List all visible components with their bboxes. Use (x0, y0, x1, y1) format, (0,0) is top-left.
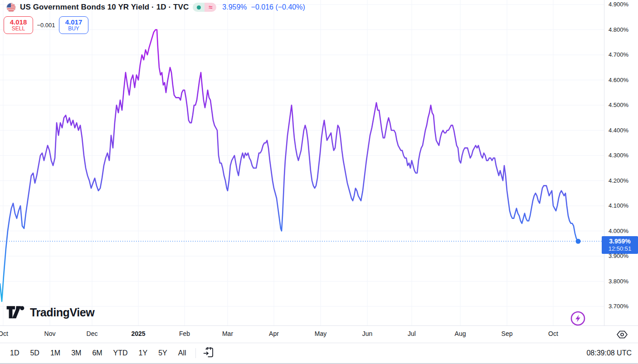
time-axis-label: Mar (222, 330, 233, 337)
range-button-5y[interactable]: 5Y (155, 347, 171, 359)
time-axis-label: Dec (87, 330, 98, 337)
price-axis-label: 4.100% (609, 202, 628, 209)
current-price-label: 3.959% 12:50:51 (602, 236, 638, 254)
time-axis[interactable]: OctNovDec2025FebMarAprMayJunJulAugSepOct (0, 325, 638, 343)
sell-label: SELL (12, 26, 25, 32)
range-button-3m[interactable]: 3M (68, 347, 85, 359)
price-axis-label: 4.800% (609, 26, 628, 33)
range-button-6m[interactable]: 6M (88, 347, 106, 359)
price-change: −0.016 (−0.40%) (251, 3, 305, 11)
sell-price: 4.018 (10, 18, 27, 26)
current-price-time: 12:50:51 (609, 245, 632, 252)
range-button-5d[interactable]: 5D (26, 347, 43, 359)
price-axis-label: 4.500% (609, 102, 628, 108)
time-axis-label: Sep (502, 330, 513, 337)
price-axis-label: 3.800% (609, 278, 628, 285)
price-axis-label: 4.400% (609, 127, 628, 134)
time-axis-label: 2025 (131, 330, 145, 337)
time-axis-label: Jul (408, 330, 416, 337)
price-axis-label: 4.000% (609, 228, 628, 234)
trade-row: 4.018 SELL −0.001 4.017 BUY (4, 16, 88, 34)
range-button-1y[interactable]: 1Y (135, 347, 151, 359)
time-axis-label: Oct (0, 330, 8, 337)
tradingview-logo-text: TradingView (30, 306, 94, 319)
range-button-1d[interactable]: 1D (6, 347, 23, 359)
sell-button[interactable]: 4.018 SELL (4, 16, 33, 34)
time-axis-label: Apr (269, 330, 279, 337)
market-status-badge[interactable]: ≈ (193, 3, 216, 12)
price-axis-label: 3.700% (609, 303, 628, 310)
range-buttons: 1D5D1M3M6MYTD1Y5YAll (6, 347, 194, 359)
spread-value: −0.001 (33, 22, 59, 29)
tradingview-logomark-icon (6, 306, 25, 319)
delayed-data-icon: ≈ (209, 4, 212, 11)
buy-label: BUY (68, 26, 79, 32)
range-button-all[interactable]: All (175, 347, 190, 359)
toolbar-divider (195, 348, 196, 358)
time-axis-label: Feb (179, 330, 190, 337)
chart-area[interactable]: 4.900%4.800%4.700%4.600%4.500%4.400%4.30… (0, 0, 638, 325)
bottom-toolbar: 1D5D1M3M6MYTD1Y5YAll 08:39:08 UTC (0, 343, 638, 364)
time-axis-label: May (315, 330, 326, 337)
time-axis-label: Nov (44, 330, 56, 337)
time-axis-label: Aug (455, 330, 466, 337)
chart-title[interactable]: US Government Bonds 10 YR Yield · 1D · T… (20, 3, 189, 12)
quote: 3.959% −0.016 (−0.40%) (222, 3, 305, 11)
header: US Government Bonds 10 YR Yield · 1D · T… (6, 2, 305, 12)
go-to-date-button[interactable] (201, 345, 215, 361)
buy-price: 4.017 (65, 18, 83, 26)
range-button-ytd[interactable]: YTD (110, 347, 131, 359)
market-open-dot-icon (197, 5, 201, 10)
price-chart[interactable] (0, 0, 604, 325)
price-axis-label: 4.700% (609, 51, 628, 58)
price-axis-label: 4.300% (609, 152, 628, 159)
price-axis-label: 4.900% (609, 1, 628, 8)
current-price-value: 3.959% (609, 238, 630, 246)
go-to-date-icon (202, 346, 214, 359)
last-price-dot (576, 239, 581, 244)
time-axis-label: Jun (362, 330, 373, 337)
buy-button[interactable]: 4.017 BUY (59, 16, 88, 34)
us-flag-icon (6, 3, 16, 12)
scale-settings-icon[interactable] (616, 329, 628, 340)
price-axis[interactable]: 4.900%4.800%4.700%4.600%4.500%4.400%4.30… (604, 0, 638, 325)
price-axis-label: 4.600% (609, 77, 628, 83)
gridlines (0, 0, 604, 325)
range-button-1m[interactable]: 1M (47, 347, 64, 359)
timezone-clock[interactable]: 08:39:08 UTC (586, 349, 632, 357)
lightning-icon[interactable] (570, 310, 586, 327)
price-axis-label: 4.200% (609, 177, 628, 184)
time-axis-label: Oct (548, 330, 558, 337)
last-price: 3.959% (222, 3, 247, 11)
yield-line-series (0, 30, 604, 301)
tradingview-logo[interactable]: TradingView (6, 306, 94, 319)
